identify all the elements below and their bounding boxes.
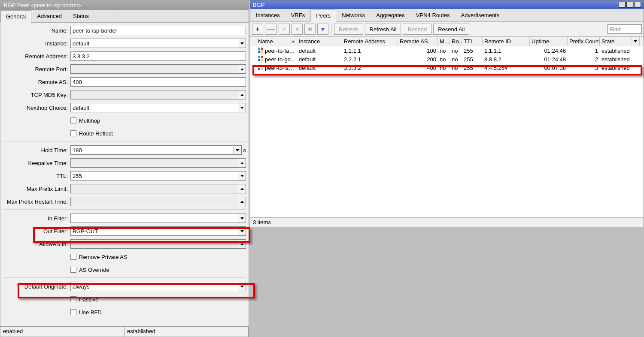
chevron-down-icon: [240, 162, 244, 164]
col-remote-address[interactable]: Remote Address: [342, 37, 398, 46]
resend-all-button[interactable]: Resend All: [433, 24, 469, 35]
hold-time-label: Hold Time:: [3, 147, 70, 153]
table-row[interactable]: peer-to-fac...default1.1.1.1100nono2551.…: [250, 46, 644, 55]
bgp-title: BGP: [253, 2, 264, 8]
ttl-dropdown-button[interactable]: [238, 171, 246, 181]
enable-button[interactable]: ✓: [279, 24, 290, 35]
maximize-button[interactable]: ▢: [626, 2, 633, 8]
in-filter-input[interactable]: [70, 214, 238, 223]
tab-peers[interactable]: Peers: [310, 9, 336, 22]
nexthop-dropdown-button[interactable]: [238, 103, 246, 112]
tab-vrfs[interactable]: VRFs: [286, 9, 311, 21]
tab-aggregates[interactable]: Aggregates: [371, 9, 410, 21]
grid-header: Name Instance Remote Address Remote AS M…: [250, 37, 644, 46]
tcp-md5-input[interactable]: [70, 90, 238, 99]
col-remote-id[interactable]: Remote ID: [483, 37, 530, 46]
max-prefix-expand-button[interactable]: [238, 184, 246, 193]
chevron-down-icon: [240, 175, 244, 177]
route-reflect-checkbox[interactable]: [70, 130, 76, 136]
peers-grid: Name Instance Remote Address Remote AS M…: [250, 37, 644, 217]
find-input[interactable]: [608, 24, 642, 34]
instance-input[interactable]: [70, 39, 238, 48]
tcp-md5-expand-button[interactable]: [238, 90, 246, 99]
keepalive-input[interactable]: [70, 158, 238, 168]
check-icon: ✓: [282, 26, 287, 33]
col-flag[interactable]: [250, 37, 256, 46]
max-prefix-restart-expand-button[interactable]: [238, 197, 246, 206]
table-row[interactable]: peer-to-go...default2.2.2.1200nono2558.8…: [250, 55, 644, 63]
bgp-titlebar: BGP ▁ ▢ ✕: [250, 0, 644, 9]
chevron-down-icon: [240, 68, 244, 70]
chevron-down-icon: [240, 243, 244, 245]
refresh-all-button[interactable]: Refresh All: [365, 24, 401, 35]
out-filter-input[interactable]: [70, 226, 238, 236]
passive-checkbox[interactable]: [70, 296, 76, 302]
remote-as-input[interactable]: [70, 77, 246, 87]
sort-asc-icon: [292, 40, 295, 42]
col-remote-as[interactable]: Remote AS: [398, 37, 438, 46]
chevron-down-icon: [240, 42, 244, 45]
allow-as-input[interactable]: [70, 239, 238, 249]
tab-advanced[interactable]: Advanced: [31, 10, 67, 22]
bgp-window: BGP ▁ ▢ ✕ Instances VRFs Peers Networks …: [250, 0, 644, 227]
resend-button[interactable]: Resend: [403, 24, 431, 35]
chevron-down-icon: [240, 217, 244, 220]
col-uptime[interactable]: Uptime: [530, 37, 568, 46]
refresh-button[interactable]: Refresh: [334, 24, 363, 35]
col-instance[interactable]: Instance: [297, 37, 342, 46]
comment-button[interactable]: ▤: [304, 24, 316, 35]
instance-dropdown-button[interactable]: [238, 39, 246, 48]
remote-port-input[interactable]: [70, 64, 238, 74]
bgp-peer-statusbar: enabled established: [0, 326, 249, 337]
nexthop-input[interactable]: [70, 103, 238, 112]
max-prefix-input[interactable]: [70, 184, 238, 193]
tab-status[interactable]: Status: [67, 10, 94, 22]
form-body: Name: Instance: Remote Address: Remote P…: [0, 23, 249, 326]
tab-instances[interactable]: Instances: [250, 9, 286, 21]
col-state[interactable]: State: [600, 37, 632, 46]
hold-time-input[interactable]: [70, 145, 234, 155]
col-ttl[interactable]: TTL: [462, 37, 483, 46]
remote-address-input[interactable]: [70, 51, 246, 61]
hold-time-dropdown-button[interactable]: [234, 145, 242, 155]
disable-button[interactable]: ✕: [292, 24, 303, 35]
add-button[interactable]: +: [252, 24, 263, 35]
default-originate-dropdown-button[interactable]: [238, 282, 246, 291]
chevron-down-icon: [240, 94, 244, 96]
tab-networks[interactable]: Networks: [336, 9, 371, 21]
default-originate-input[interactable]: [70, 282, 238, 291]
close-button[interactable]: ✕: [634, 2, 641, 8]
name-input[interactable]: [70, 26, 246, 35]
route-reflect-label: Route Reflect: [79, 130, 113, 137]
passive-label: Passive: [79, 296, 99, 303]
remote-port-expand-button[interactable]: [238, 64, 246, 74]
bgp-peer-title: BGP Peer <peer-to-isp-border>: [4, 2, 82, 9]
keepalive-expand-button[interactable]: [238, 158, 246, 168]
remove-private-as-checkbox[interactable]: [70, 254, 76, 260]
as-override-checkbox[interactable]: [70, 267, 76, 273]
note-icon: ▤: [307, 26, 313, 33]
use-bfd-checkbox[interactable]: [70, 309, 76, 315]
ttl-input[interactable]: [70, 171, 238, 181]
col-multihop[interactable]: M...: [438, 37, 450, 46]
tab-vpn4-routes[interactable]: VPN4 Routes: [410, 9, 456, 21]
remove-button[interactable]: —: [265, 24, 277, 35]
multihop-checkbox[interactable]: [70, 117, 76, 123]
table-row[interactable]: peer-to-isp...default3.3.3.2400nono2554.…: [250, 63, 644, 72]
out-filter-dropdown-button[interactable]: [238, 226, 246, 236]
bgp-peer-window: BGP Peer <peer-to-isp-border> General Ad…: [0, 0, 249, 337]
maximize-icon: ▢: [628, 3, 632, 7]
as-override-label: AS Override: [79, 267, 109, 273]
name-label: Name:: [3, 27, 70, 34]
filter-button[interactable]: ▼: [317, 24, 328, 35]
col-menu[interactable]: [632, 37, 640, 46]
in-filter-dropdown-button[interactable]: [238, 214, 246, 223]
col-name[interactable]: Name: [256, 37, 297, 46]
minimize-button[interactable]: ▁: [619, 2, 626, 8]
max-prefix-restart-input[interactable]: [70, 197, 238, 206]
tab-general[interactable]: General: [0, 10, 31, 23]
tab-advertisements[interactable]: Advertisements: [456, 9, 505, 21]
col-route-reflect[interactable]: Ro...: [450, 37, 462, 46]
allow-as-expand-button[interactable]: [238, 239, 246, 249]
col-prefix-count[interactable]: Prefix Count: [568, 37, 600, 46]
